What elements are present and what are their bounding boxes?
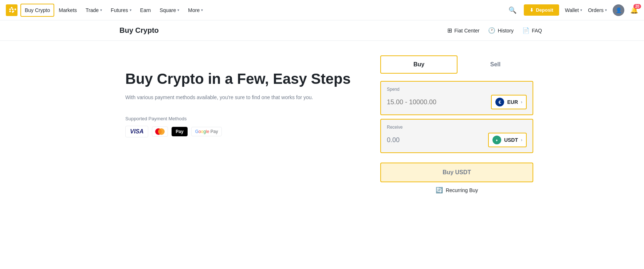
square-arrow-icon: ▾: [177, 8, 179, 12]
usdt-chevron-icon: ›: [521, 137, 522, 143]
search-icon: 🔍: [508, 7, 517, 14]
notification-button[interactable]: 🔔 20: [630, 6, 638, 14]
applepay-icon: Pay: [172, 127, 187, 136]
binance-logo-icon: [6, 4, 17, 16]
sell-tab[interactable]: Sell: [458, 55, 533, 74]
search-button[interactable]: 🔍: [507, 5, 518, 16]
nav-item-buy-crypto[interactable]: Buy Crypto: [20, 4, 54, 17]
faq-button[interactable]: 📄 FAQ: [522, 27, 542, 34]
notification-badge: 20: [633, 4, 641, 9]
buy-sell-tabs: Buy Sell: [380, 55, 533, 74]
orders-arrow-icon: ▾: [605, 8, 607, 12]
eur-icon: €: [495, 98, 504, 106]
left-panel: Buy Crypto in a Few, Easy Steps With var…: [103, 55, 351, 194]
wallet-arrow-icon: ▾: [580, 8, 582, 12]
logo[interactable]: [6, 4, 17, 16]
payment-icons: VISA Pay Google Pay: [125, 126, 351, 137]
payment-methods-label: Supported Payment Methods: [125, 116, 351, 121]
mc-right-circle: [158, 128, 165, 135]
receive-group: Receive 0.00 ♦ USDT ›: [380, 119, 533, 153]
nav-menu: Buy Crypto Markets Trade ▾ Futures ▾ Ear…: [20, 0, 207, 20]
spend-group: Spend € EUR ›: [380, 81, 533, 115]
spend-currency-name: EUR: [507, 99, 518, 105]
download-icon: ⬇: [530, 7, 534, 13]
recurring-buy[interactable]: 🔄 Recurring Buy: [380, 187, 533, 194]
fiat-center-button[interactable]: ⊞ Fiat Center: [447, 27, 479, 34]
visa-icon: VISA: [125, 126, 148, 137]
user-avatar[interactable]: 👤: [613, 4, 624, 16]
nav-item-markets[interactable]: Markets: [54, 0, 81, 20]
nav-item-futures[interactable]: Futures ▾: [106, 0, 136, 20]
history-button[interactable]: 🕐 History: [488, 27, 514, 34]
nav-item-trade[interactable]: Trade ▾: [81, 0, 106, 20]
hero-subtitle: With various payment methods available, …: [125, 93, 351, 101]
orders-button[interactable]: Orders ▾: [588, 7, 607, 13]
deposit-button[interactable]: ⬇ Deposit: [524, 4, 559, 16]
futures-arrow-icon: ▾: [130, 8, 131, 12]
nav-item-more[interactable]: More ▾: [184, 0, 207, 20]
googlepay-icon: Google Pay: [191, 127, 222, 136]
right-panel: Buy Sell Spend € EUR › Receive 0.00 ♦: [380, 55, 541, 194]
recurring-label: Recurring Buy: [446, 187, 478, 193]
user-icon: 👤: [616, 7, 622, 13]
spend-input[interactable]: [387, 98, 491, 106]
usdt-currency-selector[interactable]: ♦ USDT ›: [488, 133, 527, 147]
grid-icon: ⊞: [447, 27, 452, 34]
doc-icon: 📄: [522, 27, 530, 34]
usdt-icon: ♦: [492, 136, 501, 144]
eur-chevron-icon: ›: [521, 100, 522, 105]
page-header-actions: ⊞ Fiat Center 🕐 History 📄 FAQ: [447, 27, 542, 34]
buy-usdt-button[interactable]: Buy USDT: [380, 163, 533, 182]
nav-item-square[interactable]: Square ▾: [155, 0, 184, 20]
recurring-icon: 🔄: [436, 187, 443, 194]
eur-currency-selector[interactable]: € EUR ›: [491, 95, 527, 109]
nav-item-earn[interactable]: Earn: [136, 0, 156, 20]
clock-icon: 🕐: [488, 27, 495, 34]
receive-row: 0.00 ♦ USDT ›: [387, 133, 527, 147]
receive-currency-name: USDT: [504, 137, 518, 143]
receive-label: Receive: [387, 125, 527, 130]
wallet-button[interactable]: Wallet ▾: [565, 7, 582, 13]
mastercard-icon: [152, 126, 168, 137]
trade-arrow-icon: ▾: [100, 8, 102, 12]
page-header: Buy Crypto ⊞ Fiat Center 🕐 History 📄 FAQ: [0, 20, 644, 41]
navbar-right: 🔍 ⬇ Deposit Wallet ▾ Orders ▾ 👤 🔔 20: [507, 4, 638, 16]
spend-label: Spend: [387, 87, 527, 92]
navbar: Buy Crypto Markets Trade ▾ Futures ▾ Ear…: [0, 0, 644, 20]
receive-value: 0.00: [387, 136, 488, 144]
svg-rect-0: [6, 4, 17, 16]
hero-title: Buy Crypto in a Few, Easy Steps: [125, 70, 351, 87]
spend-row: € EUR ›: [387, 95, 527, 109]
main-content: Buy Crypto in a Few, Easy Steps With var…: [103, 41, 541, 208]
buy-tab[interactable]: Buy: [380, 55, 458, 74]
page-title: Buy Crypto: [119, 26, 159, 35]
more-arrow-icon: ▾: [201, 8, 203, 12]
